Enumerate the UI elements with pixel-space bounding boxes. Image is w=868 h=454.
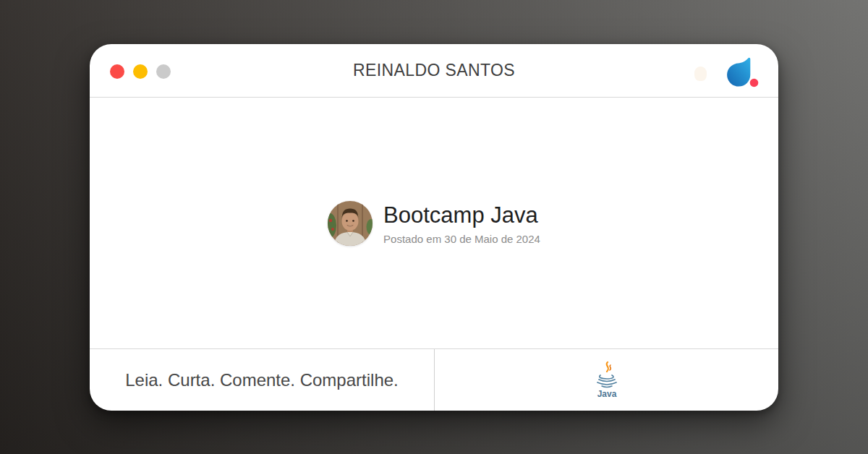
- java-logo-label: Java: [597, 389, 616, 399]
- post-date: Postado em 30 de Maio de 2024: [383, 233, 540, 245]
- footer-bar: Leia. Curta. Comente. Compartilhe. Java: [90, 348, 778, 411]
- java-logo-icon: Java: [594, 361, 620, 400]
- window-title: REINALDO SANTOS: [90, 44, 778, 97]
- post-header: Bootcamp Java Postado em 30 de Maio de 2…: [328, 201, 540, 246]
- footer-cta: Leia. Curta. Comente. Compartilhe.: [90, 349, 435, 411]
- dio-logo-svg: [727, 57, 759, 87]
- footer-badge-cell: Java: [435, 349, 778, 411]
- post-content-area: Bootcamp Java Postado em 30 de Maio de 2…: [90, 98, 778, 348]
- author-photo-illustration: [328, 201, 373, 246]
- faint-watermark-icon: [694, 67, 707, 81]
- browser-window-card: REINALDO SANTOS: [90, 44, 778, 411]
- post-title: Bootcamp Java: [383, 202, 540, 229]
- post-text-block: Bootcamp Java Postado em 30 de Maio de 2…: [383, 202, 540, 245]
- author-photo: [328, 201, 373, 246]
- dio-logo-icon: [727, 57, 759, 87]
- window-titlebar: REINALDO SANTOS: [90, 44, 778, 98]
